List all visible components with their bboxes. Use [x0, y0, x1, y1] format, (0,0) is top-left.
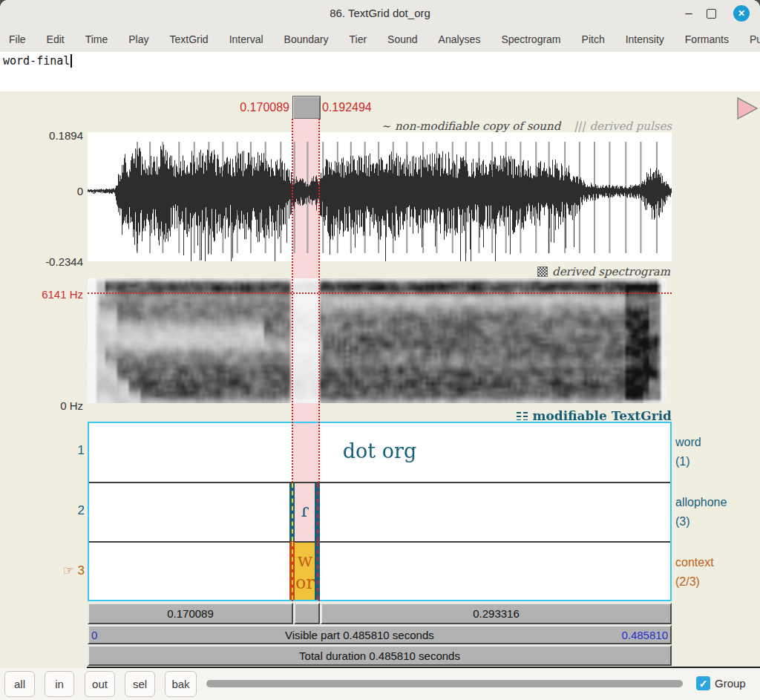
tier-separator-1	[89, 482, 670, 483]
group-checkbox[interactable]: ✓	[696, 676, 710, 690]
visible-part-bar[interactable]: 0 Visible part 0.485810 seconds 0.485810	[88, 625, 672, 644]
amplitude-max-label: 0.1894	[0, 129, 83, 142]
zoom-bak-label: bak	[171, 678, 189, 690]
menu-sound[interactable]: Sound	[387, 33, 417, 45]
zoom-in-label: in	[55, 678, 64, 690]
horizontal-scrollbar[interactable]	[206, 680, 683, 687]
selection-left-time: 0.170089	[167, 607, 214, 620]
tier3-number[interactable]: ☞ 3	[30, 563, 85, 578]
textgrid-icon	[517, 412, 528, 420]
interval-label-text: word-final	[3, 54, 70, 68]
visible-part-label: Visible part 0.485810 seconds	[285, 629, 434, 641]
menu-textgrid[interactable]: TextGrid	[170, 33, 209, 45]
zoom-all-label: all	[14, 678, 25, 690]
maximize-icon	[707, 9, 716, 19]
waveform-canvas[interactable]	[88, 132, 672, 261]
pulses-caption: derived pulses	[589, 120, 672, 133]
play-icon	[738, 98, 757, 119]
frequency-cursor-line	[88, 292, 672, 294]
selection-duration-bar[interactable]	[294, 603, 320, 624]
menu-interval[interactable]: Interval	[229, 33, 263, 45]
tier2-number[interactable]: 2	[30, 503, 85, 518]
pulses-icon: |||	[574, 120, 585, 133]
play-button[interactable]	[736, 97, 759, 120]
tier1-count: (1)	[675, 452, 757, 471]
tier3-interval-text[interactable]: w or	[286, 549, 324, 594]
zoom-out-button[interactable]: out	[85, 671, 115, 697]
tier-separator-2	[89, 541, 670, 543]
sound-captions: ~non-modifiable copy of sound |||derived…	[0, 120, 672, 133]
zoom-bak-button[interactable]: bak	[165, 671, 197, 697]
selection-end-time[interactable]: 0.192494	[322, 101, 372, 114]
interval-label-field[interactable]: word-final	[0, 52, 760, 91]
text-cursor	[71, 54, 72, 68]
textgrid-caption: modifiable TextGrid	[533, 408, 672, 423]
zoom-all-button[interactable]: all	[4, 671, 35, 697]
menu-intensity[interactable]: Intensity	[626, 33, 664, 45]
minimize-icon: –	[685, 6, 692, 21]
zoom-out-label: out	[92, 678, 108, 690]
menu-time[interactable]: Time	[85, 33, 108, 45]
zoom-in-button[interactable]: in	[45, 671, 74, 697]
selection-left-time-bar[interactable]: 0.170089	[88, 603, 293, 624]
sound-copy-icon: ~	[381, 120, 390, 133]
textgrid-caption-row: modifiable TextGrid	[0, 408, 672, 423]
selection-band-header	[292, 119, 320, 132]
spectrogram-caption-row: derived spectrogram	[0, 265, 670, 278]
selection-right-time: 0.293316	[473, 607, 520, 620]
total-duration-label: Total duration 0.485810 seconds	[299, 650, 460, 662]
tier3-number-text: 3	[78, 563, 85, 578]
selection-right-time-bar[interactable]: 0.293316	[321, 603, 672, 624]
tier1-interval-text[interactable]: dot org	[88, 439, 672, 462]
menu-file[interactable]: File	[9, 33, 26, 45]
visible-start-time: 0	[91, 629, 97, 641]
spectrogram-caption: derived spectrogram	[552, 265, 670, 278]
tier1-name: word	[675, 433, 757, 452]
close-button[interactable]: ✕	[733, 5, 750, 22]
tier3-text-line2: or	[286, 572, 324, 594]
minimize-button[interactable]: –	[681, 6, 696, 21]
zoom-sel-label: sel	[133, 678, 147, 690]
menu-spectrogram[interactable]: Spectrogram	[501, 33, 560, 45]
visible-end-time: 0.485810	[621, 629, 668, 641]
menu-pulses[interactable]: Pulses	[750, 33, 760, 45]
selection-band-gap1	[292, 261, 320, 278]
tier2-name: allophone	[675, 493, 757, 512]
close-icon: ✕	[738, 8, 745, 19]
tier1-number[interactable]: 1	[30, 443, 85, 458]
menu-analyses[interactable]: Analyses	[439, 33, 481, 45]
selection-start-time[interactable]: 0.170089	[0, 101, 289, 114]
spectrogram-canvas[interactable]	[88, 278, 666, 403]
bottom-control-strip: all in out sel bak ✓ Group	[0, 668, 760, 700]
maximize-button[interactable]	[704, 6, 718, 21]
title-bar[interactable]: 86. TextGrid dot_org – ✕	[0, 0, 760, 27]
zoom-sel-button[interactable]: sel	[125, 671, 155, 697]
selected-tier-pointer-icon: ☞	[63, 563, 74, 578]
menu-bar: File Edit Time Play TextGrid Interval Bo…	[0, 27, 760, 52]
window-title: 86. TextGrid dot_org	[0, 7, 760, 19]
menu-tier[interactable]: Tier	[350, 33, 367, 45]
tier3-count: (2/3)	[675, 572, 757, 592]
tier3-text-line1: w	[286, 549, 324, 572]
tier2-interval-text[interactable]: ɾ	[286, 500, 324, 521]
tier3-info[interactable]: context (2/3)	[675, 553, 757, 592]
menu-play[interactable]: Play	[128, 33, 148, 45]
selection-drag-button[interactable]	[292, 96, 321, 120]
group-checkbox-label[interactable]: Group	[715, 677, 746, 690]
menu-pitch[interactable]: Pitch	[582, 33, 605, 45]
spectrogram-icon	[537, 266, 548, 277]
check-icon: ✓	[699, 678, 708, 690]
total-duration-bar[interactable]: Total duration 0.485810 seconds	[88, 645, 672, 666]
sound-caption: non-modifiable copy of sound	[395, 120, 560, 133]
frequency-max-label[interactable]: 6141 Hz	[0, 288, 83, 301]
amplitude-zero-label[interactable]: 0	[0, 185, 83, 197]
menu-boundary[interactable]: Boundary	[284, 33, 329, 45]
tier3-name: context	[675, 553, 757, 572]
menu-formants[interactable]: Formants	[685, 33, 729, 45]
menu-edit[interactable]: Edit	[47, 33, 65, 45]
tier2-count: (3)	[675, 512, 757, 531]
tier2-info[interactable]: allophone (3)	[675, 493, 757, 531]
tier1-info[interactable]: word (1)	[675, 433, 757, 471]
praat-textgrid-editor-window: 86. TextGrid dot_org – ✕ File Edit Time …	[0, 0, 760, 700]
